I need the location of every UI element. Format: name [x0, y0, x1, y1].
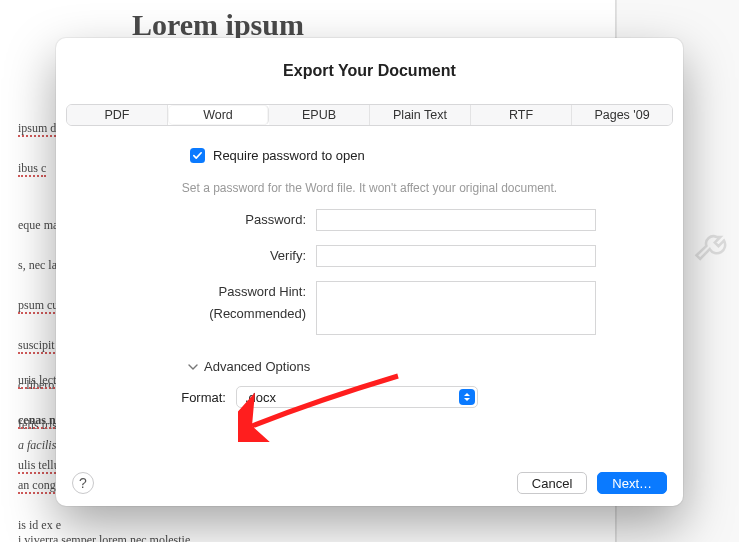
help-button[interactable]: ? [72, 472, 94, 494]
password-field[interactable] [316, 209, 596, 231]
verify-field[interactable] [316, 245, 596, 267]
tab-epub[interactable]: EPUB [269, 105, 370, 125]
hint-field[interactable] [316, 281, 596, 335]
require-password-checkbox[interactable] [190, 148, 205, 163]
chevron-down-icon [188, 362, 198, 372]
cancel-button[interactable]: Cancel [517, 472, 587, 494]
tab-word[interactable]: Word [168, 105, 269, 125]
password-label: Password: [96, 209, 316, 231]
next-button[interactable]: Next… [597, 472, 667, 494]
advanced-options-label: Advanced Options [204, 359, 310, 374]
verify-label: Verify: [96, 245, 316, 267]
password-subtext: Set a password for the Word file. It won… [96, 181, 643, 195]
format-value: .docx [245, 390, 276, 405]
format-tabs: PDF Word EPUB Plain Text RTF Pages '09 [66, 104, 673, 126]
format-label: Format: [136, 390, 236, 405]
dialog-title: Export Your Document [56, 62, 683, 80]
tab-pdf[interactable]: PDF [67, 105, 168, 125]
export-dialog: Export Your Document PDF Word EPUB Plain… [56, 38, 683, 506]
wrench-icon [691, 226, 735, 270]
doc-fragment: i viverra semper lorem nec molestie. [18, 533, 193, 542]
tab-plain-text[interactable]: Plain Text [370, 105, 471, 125]
tab-rtf[interactable]: RTF [471, 105, 572, 125]
checkmark-icon [192, 150, 203, 161]
doc-title: Lorem ipsum [132, 8, 304, 42]
tab-pages09[interactable]: Pages '09 [572, 105, 672, 125]
hint-label: Password Hint: (Recommended) [96, 281, 316, 325]
advanced-options-toggle[interactable]: Advanced Options [188, 359, 643, 374]
format-select[interactable]: .docx [236, 386, 478, 408]
stepper-icon [459, 389, 475, 405]
doc-fragment: psum cu [18, 298, 58, 314]
doc-fragment: ibus c [18, 161, 46, 177]
require-password-label: Require password to open [213, 148, 365, 163]
